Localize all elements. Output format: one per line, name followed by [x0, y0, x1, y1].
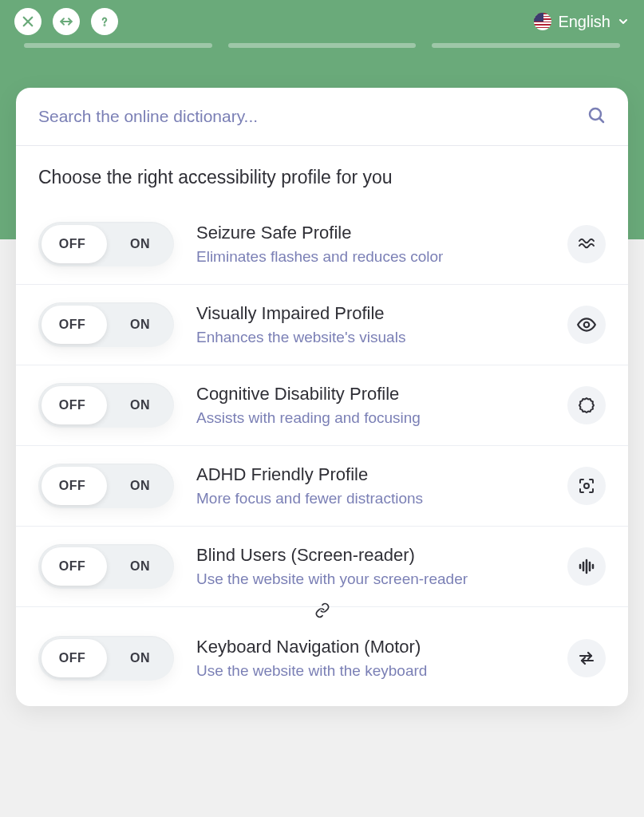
toggle-on-label: ON [106, 559, 174, 574]
help-icon [97, 14, 112, 29]
seizure-wave-icon [567, 225, 606, 263]
toggle-off-label: OFF [38, 559, 106, 574]
top-bar: English [0, 0, 644, 40]
toggle-cognitive[interactable]: OFF ON [38, 383, 174, 428]
toggle-adhd[interactable]: OFF ON [38, 464, 174, 508]
badge-icon [567, 386, 606, 424]
profile-row-visually-impaired: OFF ON Visually Impaired Profile Enhance… [16, 285, 628, 365]
toggle-visually-impaired[interactable]: OFF ON [38, 302, 174, 347]
top-bar-left [14, 8, 118, 35]
profile-text: Seizure Safe Profile Eliminates flashes … [196, 223, 545, 266]
tabs-row [0, 43, 644, 48]
profile-row-adhd: OFF ON ADHD Friendly Profile More focus … [16, 446, 628, 527]
dictionary-search-input[interactable] [38, 107, 587, 126]
profile-title: Blind Users (Screen-reader) [196, 545, 545, 566]
profile-title: Keyboard Navigation (Motor) [196, 637, 545, 657]
svg-point-3 [105, 25, 105, 26]
language-label: English [558, 13, 610, 31]
profile-title: ADHD Friendly Profile [196, 464, 545, 485]
chevron-down-icon [617, 15, 630, 28]
toggle-keyboard[interactable]: OFF ON [38, 636, 174, 681]
toggle-off-label: OFF [38, 318, 106, 332]
toggle-off-label: OFF [38, 237, 106, 251]
profile-text: Visually Impaired Profile Enhances the w… [196, 303, 545, 346]
toggle-on-label: ON [106, 651, 174, 665]
resize-button[interactable] [53, 8, 80, 35]
svg-point-7 [584, 483, 589, 488]
profile-title: Visually Impaired Profile [196, 303, 545, 324]
profile-text: Blind Users (Screen-reader) Use the webs… [196, 545, 545, 588]
profile-row-keyboard: OFF ON Keyboard Navigation (Motor) Use t… [16, 618, 628, 698]
link-icon [311, 602, 334, 618]
profile-desc: Enhances the website's visuals [196, 329, 545, 346]
toggle-off-label: OFF [38, 651, 106, 665]
profile-desc: Assists with reading and focusing [196, 409, 545, 427]
help-button[interactable] [91, 8, 118, 35]
profile-desc: Eliminates flashes and reduces color [196, 248, 545, 266]
audio-bars-icon [567, 547, 606, 586]
profile-row-cognitive: OFF ON Cognitive Disability Profile Assi… [16, 365, 628, 446]
section-title: Choose the right accessibility profile f… [16, 146, 628, 204]
profile-text: Cognitive Disability Profile Assists wit… [196, 384, 545, 427]
tab-placeholder [24, 43, 212, 48]
profile-desc: Use the website with your screen-reader [196, 570, 545, 588]
close-icon [21, 14, 35, 29]
search-row [16, 88, 628, 146]
profile-desc: More focus and fewer distractions [196, 490, 545, 507]
toggle-blind[interactable]: OFF ON [38, 544, 174, 589]
search-button[interactable] [587, 105, 606, 128]
profile-title: Cognitive Disability Profile [196, 384, 545, 405]
accessibility-panel: Choose the right accessibility profile f… [16, 88, 628, 706]
toggle-off-label: OFF [38, 398, 106, 412]
search-icon [587, 105, 606, 124]
svg-point-6 [584, 322, 590, 328]
toggle-on-label: ON [106, 479, 174, 493]
profile-text: Keyboard Navigation (Motor) Use the webs… [196, 637, 545, 680]
resize-horizontal-icon [57, 14, 75, 29]
toggle-on-label: ON [106, 318, 174, 332]
language-select[interactable]: English [534, 13, 630, 31]
focus-target-icon [567, 467, 606, 505]
toggle-on-label: ON [106, 237, 174, 251]
eye-icon [567, 306, 606, 344]
close-button[interactable] [14, 8, 41, 35]
profile-desc: Use the website with the keyboard [196, 662, 545, 680]
profile-text: ADHD Friendly Profile More focus and few… [196, 464, 545, 507]
tab-placeholder [432, 43, 620, 48]
toggle-on-label: ON [106, 398, 174, 412]
toggle-seizure-safe[interactable]: OFF ON [38, 222, 174, 266]
toggle-off-label: OFF [38, 479, 106, 493]
profile-row-blind: OFF ON Blind Users (Screen-reader) Use t… [16, 527, 628, 607]
profile-title: Seizure Safe Profile [196, 223, 545, 243]
profile-row-seizure-safe: OFF ON Seizure Safe Profile Eliminates f… [16, 204, 628, 285]
tab-placeholder [228, 43, 417, 48]
swap-arrows-icon [567, 639, 606, 677]
svg-line-5 [600, 119, 604, 123]
flag-usa-icon [534, 13, 551, 30]
